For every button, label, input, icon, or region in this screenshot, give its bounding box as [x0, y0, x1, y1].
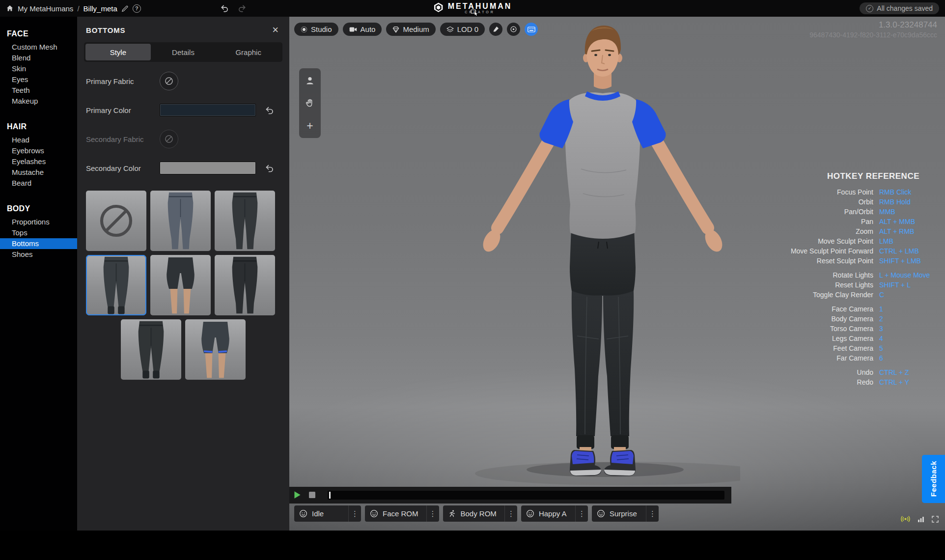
sidebar-item-eyelashes[interactable]: Eyelashes: [0, 156, 77, 167]
clip-options-button[interactable]: ⋮: [426, 505, 439, 522]
thumbnail-slim[interactable]: [215, 191, 275, 251]
sidebar-item-blend[interactable]: Blend: [0, 53, 77, 63]
hotkey-row: Feet Camera5: [791, 343, 936, 353]
topbar: My MetaHumans / Billy_meta ? METAHUMAN C…: [0, 0, 945, 17]
thumbnail-jeans[interactable]: [150, 191, 211, 251]
clip-happy-a[interactable]: Happy A⋮: [521, 505, 588, 522]
sidebar-item-beard[interactable]: Beard: [0, 178, 77, 189]
thumbnail-none[interactable]: [86, 191, 146, 251]
keyboard-shortcuts-button[interactable]: [525, 23, 538, 36]
clip-options-button[interactable]: ⋮: [575, 505, 588, 522]
brush-tool-button[interactable]: [489, 23, 502, 36]
thumbnail-shorts2[interactable]: [185, 319, 246, 380]
pill-medium[interactable]: Medium: [386, 23, 435, 36]
secondary-fabric-swatch[interactable]: [160, 130, 178, 148]
feedback-tab[interactable]: Feedback: [922, 455, 945, 503]
stats-icon[interactable]: [917, 515, 925, 523]
fullscreen-icon[interactable]: [931, 515, 939, 523]
undo-button[interactable]: [220, 4, 229, 13]
tab-graphic[interactable]: Graphic: [216, 44, 281, 60]
clip-options-button[interactable]: ⋮: [504, 505, 517, 522]
metahuman-logo-text: METAHUMAN CREATOR: [448, 2, 512, 14]
play-button[interactable]: [294, 491, 301, 499]
pill-studio[interactable]: Studio: [294, 23, 338, 36]
thumbnail-shorts[interactable]: [150, 255, 211, 315]
primary-color-swatch[interactable]: [160, 104, 256, 116]
home-icon[interactable]: [6, 4, 14, 12]
thumbnail-jogger[interactable]: [86, 255, 146, 315]
hotkey-action: Orbit: [859, 197, 873, 207]
thumbnail-row: [86, 255, 280, 315]
sidebar-item-head[interactable]: Head: [0, 135, 77, 145]
thumbnail-pants[interactable]: [215, 255, 275, 315]
sidebar-item-skin[interactable]: Skin: [0, 63, 77, 74]
pill-lod-0[interactable]: LOD 0: [440, 23, 485, 36]
studio-icon: [301, 26, 307, 33]
clip-body-rom[interactable]: Body ROM⋮: [443, 505, 517, 522]
sculpt-tool-button[interactable]: [507, 23, 520, 36]
hotkey-group: Focus PointRMB ClickOrbitRMB HoldPan/Orb…: [791, 187, 936, 266]
hotkey-reference-title: HOTKEY REFERENCE: [791, 171, 936, 181]
clip-surprise[interactable]: Surprise⋮: [592, 505, 659, 522]
sidebar-item-custom-mesh[interactable]: Custom Mesh: [0, 42, 77, 53]
thumbnail-pants2[interactable]: [121, 319, 181, 380]
tab-details[interactable]: Details: [151, 44, 216, 60]
lod-icon: [446, 26, 454, 33]
grab-tool-button[interactable]: [304, 97, 316, 110]
hotkey-binding: ALT + MMB: [873, 217, 936, 226]
redo-button[interactable]: [238, 4, 247, 13]
clip-idle[interactable]: Idle⋮: [294, 505, 361, 522]
primary-fabric-swatch[interactable]: [160, 72, 178, 90]
hotkey-action: Legs Camera: [832, 334, 873, 343]
sidebar-item-bottoms[interactable]: Bottoms: [0, 238, 77, 249]
close-icon[interactable]: ×: [269, 24, 281, 36]
breadcrumb-root[interactable]: My MetaHumans: [18, 4, 73, 13]
hotkey-row: Face Camera1: [791, 304, 936, 314]
metahuman-logo-icon: [433, 2, 444, 15]
sidebar-item-proportions[interactable]: Proportions: [0, 217, 77, 227]
hotkey-group: Face Camera1Body Camera2Torso Camera3Leg…: [791, 304, 936, 363]
panel-header: BOTTOMS ×: [77, 17, 289, 40]
sidebar-item-teeth[interactable]: Teeth: [0, 85, 77, 96]
animation-clips: Idle⋮Face ROM⋮Body ROM⋮Happy A⋮Surprise⋮: [294, 505, 659, 522]
primary-color-reset-button[interactable]: [264, 105, 275, 116]
sidebar-sections: FACECustom MeshBlendSkinEyesTeethMakeupH…: [0, 29, 77, 260]
bottom-strip: [0, 531, 945, 560]
tab-style[interactable]: Style: [85, 44, 151, 60]
hotkey-reference: HOTKEY REFERENCE Focus PointRMB ClickOrb…: [791, 171, 936, 392]
clip-options-button[interactable]: ⋮: [646, 505, 659, 522]
hotkey-binding: MMB: [873, 207, 936, 217]
sidebar-item-tops[interactable]: Tops: [0, 227, 77, 238]
secondary-color-reset-button[interactable]: [264, 163, 275, 174]
help-icon[interactable]: ?: [133, 4, 141, 13]
sidebar-item-eyebrows[interactable]: Eyebrows: [0, 145, 77, 156]
sidebar-item-makeup[interactable]: Makeup: [0, 96, 77, 107]
hotkey-row: Rotate LightsL + Mouse Move: [791, 270, 936, 280]
pill-label: Medium: [403, 25, 429, 33]
mask-icon: [370, 509, 378, 518]
add-tool-button[interactable]: +: [304, 119, 316, 132]
clip-label: Idle: [312, 509, 348, 518]
body-select-tool-button[interactable]: [304, 74, 316, 87]
character-model[interactable]: [465, 22, 740, 488]
connection-icon[interactable]: [900, 515, 911, 523]
stop-button[interactable]: [309, 492, 315, 498]
secondary-color-swatch[interactable]: [160, 162, 256, 174]
hotkey-row: Toggle Clay RenderC: [791, 290, 936, 300]
sidebar-section-face: FACECustom MeshBlendSkinEyesTeethMakeup: [0, 29, 77, 107]
hotkey-action: Toggle Clay Render: [813, 290, 873, 300]
sidebar-item-shoes[interactable]: Shoes: [0, 249, 77, 260]
sidebar-item-mustache[interactable]: Mustache: [0, 167, 77, 178]
timeline-scrubber[interactable]: [328, 491, 724, 500]
sidebar-section-hair: HAIRHeadEyebrowsEyelashesMustacheBeard: [0, 122, 77, 189]
clip-options-button[interactable]: ⋮: [348, 505, 361, 522]
sidebar-item-eyes[interactable]: Eyes: [0, 74, 77, 85]
playhead[interactable]: [329, 492, 331, 499]
rename-icon[interactable]: [121, 5, 129, 12]
pill-auto[interactable]: Auto: [343, 23, 382, 36]
clip-face-rom[interactable]: Face ROM⋮: [365, 505, 439, 522]
hotkey-action: Redo: [857, 377, 873, 387]
save-status-label: All changes saved: [877, 4, 933, 12]
hotkey-action: Move Sculpt Point Forward: [791, 246, 873, 256]
viewport-3d[interactable]: StudioAutoMediumLOD 0 1.3.0-23248744 964…: [289, 17, 945, 531]
